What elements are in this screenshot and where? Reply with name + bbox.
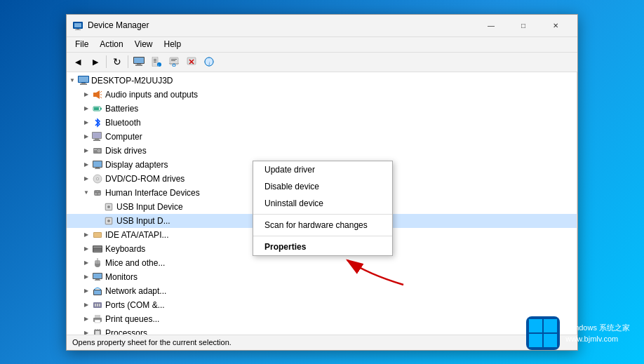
svg-rect-10: [154, 60, 156, 61]
tree-item-network-label: Network adapt...: [105, 286, 166, 296]
comp-icon: [92, 131, 103, 142]
forward-button[interactable]: ▶: [87, 54, 104, 69]
tree-item-mice[interactable]: ▶ Mice and othe...: [67, 256, 577, 270]
status-bar: Opens property sheet for the current sel…: [67, 335, 577, 350]
app-icon: [72, 20, 83, 31]
svg-rect-28: [80, 83, 87, 85]
uninstall-button[interactable]: [183, 54, 200, 69]
context-menu: Update driver Disable device Uninstall d…: [253, 161, 393, 256]
expand-icon: ▶: [81, 271, 92, 283]
close-button[interactable]: ✕: [539, 14, 572, 36]
tree-item-disk-label: Disk drives: [105, 146, 147, 156]
menu-bar: File Action View Help: [67, 37, 577, 53]
back-button[interactable]: ◀: [69, 54, 86, 69]
svg-rect-44: [94, 149, 97, 150]
expand-icon: ▶: [81, 299, 92, 311]
monitor-icon: [92, 271, 103, 283]
display-icon: [92, 159, 103, 170]
expand-icon: ▶: [81, 328, 92, 335]
expand-icon: ▶: [81, 145, 92, 156]
window-controls: — □ ✕: [475, 14, 572, 36]
tree-item-bluetooth-label: Bluetooth: [105, 118, 141, 128]
minimize-button[interactable]: —: [475, 14, 507, 36]
expand-icon: ▶: [81, 173, 92, 184]
context-properties[interactable]: Properties: [253, 238, 392, 255]
maximize-button[interactable]: □: [507, 14, 539, 36]
usb2-icon: [103, 215, 114, 227]
toolbar-separator-2: [128, 55, 128, 68]
svg-rect-16: [171, 60, 175, 61]
toolbar-separator-1: [106, 55, 107, 68]
svg-rect-81: [99, 304, 100, 306]
tree-item-usb2-label: USB Input D...: [116, 216, 170, 226]
tree-item-monitors[interactable]: ▶ Monitors: [67, 270, 577, 284]
window-title: Device Manager: [88, 20, 475, 30]
scan-button[interactable]: [166, 54, 182, 69]
expand-icon: ▶: [81, 229, 92, 241]
svg-rect-5: [134, 58, 144, 63]
svg-rect-67: [93, 250, 102, 252]
expand-icon: ▼: [81, 187, 92, 198]
svg-rect-38: [93, 133, 101, 138]
svg-rect-6: [137, 64, 141, 65]
svg-rect-26: [79, 76, 88, 82]
expand-icon: ▶: [81, 89, 92, 100]
computer-icon: [78, 75, 89, 86]
printer-icon: [92, 314, 103, 325]
context-update-driver[interactable]: Update driver: [253, 161, 392, 178]
svg-rect-35: [94, 107, 99, 110]
svg-rect-66: [93, 249, 102, 250]
expand-icon: ▼: [67, 75, 78, 86]
svg-marker-30: [96, 90, 100, 99]
ports-icon: [92, 299, 103, 311]
tree-item-computer[interactable]: ▶ Computer: [67, 130, 577, 144]
svg-point-58: [107, 205, 110, 208]
device-manager-window: Device Manager — □ ✕ File Action View He…: [66, 14, 578, 351]
tree-item-print-label: Print queues...: [105, 314, 159, 324]
device-view-button[interactable]: [130, 54, 147, 69]
processor-icon: [92, 328, 103, 335]
properties-button[interactable]: i: [148, 54, 165, 69]
refresh-button[interactable]: ↻: [109, 54, 126, 69]
tree-item-disk[interactable]: ▶ Disk drives: [67, 144, 577, 158]
mouse-icon: [92, 257, 103, 269]
tree-item-usb1-label: USB Input Device: [116, 202, 183, 212]
menu-view[interactable]: View: [129, 38, 159, 50]
svg-rect-55: [98, 190, 98, 196]
menu-action[interactable]: Action: [94, 38, 128, 50]
svg-rect-77: [94, 290, 101, 295]
tree-item-ports[interactable]: ▶ Ports (COM &...: [67, 298, 577, 312]
svg-rect-104: [544, 334, 557, 347]
svg-rect-1: [74, 23, 81, 27]
tree-item-dvd-label: DVD/CD-ROM drives: [105, 174, 185, 184]
context-scan-hardware[interactable]: Scan for hardware changes: [253, 217, 392, 234]
tree-item-audio-label: Audio inputs and outputs: [105, 90, 198, 100]
svg-point-61: [107, 220, 110, 222]
context-uninstall-device[interactable]: Uninstall device: [253, 195, 392, 212]
svg-rect-75: [95, 280, 100, 281]
tree-item-processors-label: Processors: [105, 328, 147, 335]
tree-item-network[interactable]: ▶ Network adapt...: [67, 284, 577, 298]
tree-item-audio[interactable]: ▶ Audio inputs and outputs: [67, 88, 577, 102]
menu-help[interactable]: Help: [159, 38, 187, 50]
svg-rect-74: [95, 279, 100, 280]
menu-file[interactable]: File: [69, 38, 94, 50]
tree-item-batteries[interactable]: ▶ Batteries: [67, 102, 577, 116]
watermark-line2: www.bjmlv.com: [565, 333, 630, 345]
tree-root[interactable]: ▼ DESKTOP-M2UUJ3D: [67, 74, 577, 88]
expand-icon: ▶: [81, 103, 92, 114]
context-separator-1: [253, 214, 392, 215]
tree-item-monitors-label: Monitors: [105, 272, 137, 282]
tree-item-bluetooth[interactable]: ▶ Bluetooth: [67, 116, 577, 130]
update-button[interactable]: ↓: [201, 54, 217, 69]
ide-icon: [92, 229, 103, 241]
tree-item-processors[interactable]: ▶ Processors: [67, 326, 577, 335]
context-disable-device[interactable]: Disable device: [253, 178, 392, 195]
disk-icon: [92, 145, 103, 156]
svg-rect-39: [95, 139, 99, 140]
svg-rect-2: [76, 29, 79, 29]
tree-item-ports-label: Ports (COM &...: [105, 300, 165, 310]
expand-icon: ▶: [81, 159, 92, 170]
svg-rect-79: [95, 304, 96, 306]
tree-item-print[interactable]: ▶ Print queues...: [67, 312, 577, 326]
